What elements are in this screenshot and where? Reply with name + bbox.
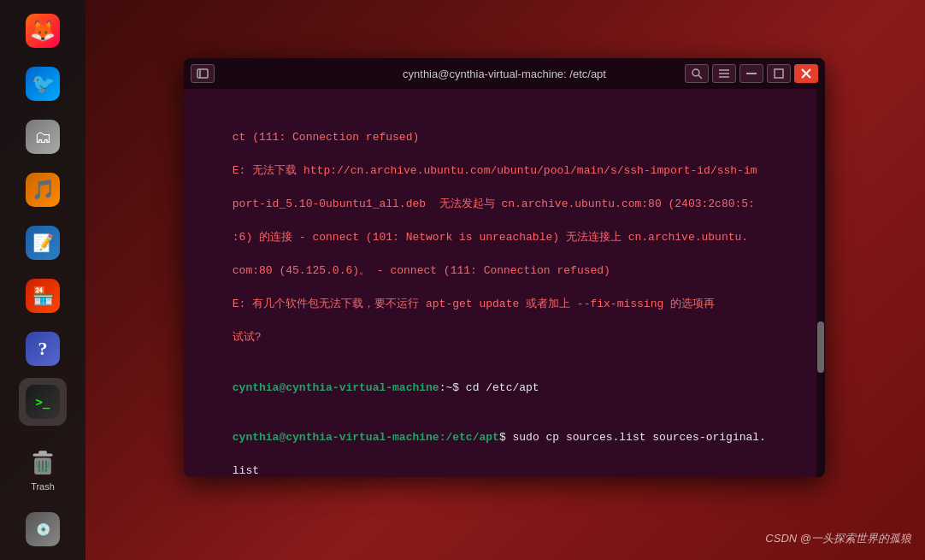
taskbar-item-files[interactable]: 🗂 — [19, 113, 67, 161]
error-line-2b: port-id_5.10-0ubuntu1_all.deb 无法发起与 cn.a… — [233, 197, 755, 210]
svg-rect-14 — [775, 69, 783, 78]
search-icon — [691, 68, 703, 80]
files-icon: 🗂 — [26, 120, 60, 154]
taskbar-item-dvd[interactable]: 💿 — [19, 505, 67, 553]
titlebar-title: cynthia@cynthia-virtual-machine: /etc/ap… — [403, 68, 606, 80]
terminal-window: cynthia@cynthia-virtual-machine: /etc/ap… — [184, 58, 825, 477]
appstore-icon: 🏪 — [26, 279, 60, 313]
desktop: 🦊 🐦 🗂 🎵 📝 🏪 ? >_ — [0, 0, 925, 560]
minimize-button[interactable] — [739, 64, 763, 83]
taskbar-item-writer[interactable]: 📝 — [19, 219, 67, 267]
taskbar-item-thunderbird[interactable]: 🐦 — [19, 60, 67, 108]
error-line-2d: com:80 (45.125.0.6)。 - connect (111: Con… — [233, 264, 610, 277]
taskbar-item-appstore[interactable]: 🏪 — [19, 272, 67, 320]
svg-rect-6 — [197, 69, 208, 78]
terminal-content[interactable]: ct (111: Connection refused) E: 无法下载 htt… — [184, 89, 825, 477]
svg-point-8 — [692, 69, 699, 76]
prompt-cmd-2: $ sudo cp sources.list sources-original. — [499, 431, 766, 444]
error-line-2c: :6) 的连接 - connect (101: Network is unrea… — [233, 231, 748, 244]
scrollbar-thumb[interactable] — [817, 321, 824, 373]
terminal-icon: >_ — [26, 385, 60, 419]
prompt-user-2: cynthia@cynthia-virtual-machine — [233, 431, 439, 444]
svg-line-9 — [698, 75, 702, 79]
error-line-1: ct (111: Connection refused) — [233, 131, 419, 144]
taskbar-item-rhythmbox[interactable]: 🎵 — [19, 166, 67, 214]
close-button[interactable] — [794, 64, 818, 83]
trash-icon — [27, 448, 58, 479]
trash-label: Trash — [31, 481, 55, 492]
taskbar-item-help[interactable]: ? — [19, 325, 67, 373]
error-line-2: E: 无法下载 http://cn.archive.ubuntu.com/ubu… — [233, 164, 757, 177]
prompt-tilde-1: :~$ cd /etc/apt — [439, 381, 539, 394]
dvd-icon: 💿 — [26, 512, 60, 546]
embed-button[interactable] — [191, 64, 215, 83]
maximize-button[interactable] — [767, 64, 791, 83]
prompt-user-1: cynthia@cynthia-virtual-machine — [233, 381, 439, 394]
minimize-icon — [746, 73, 757, 74]
close-icon — [801, 68, 811, 79]
prompt-path-2: :/etc/apt — [439, 431, 499, 444]
menu-icon — [718, 68, 730, 79]
taskbar-item-terminal[interactable]: >_ — [19, 378, 67, 426]
error-line-3: E: 有几个软件包无法下载，要不运行 apt-get update 或者加上 -… — [233, 298, 715, 310]
scrollbar[interactable] — [816, 89, 825, 477]
watermark: CSDN @一头探索世界的孤狼 — [765, 531, 911, 546]
trash-section[interactable]: Trash — [19, 445, 67, 493]
writer-icon: 📝 — [26, 226, 60, 260]
terminal-titlebar: cynthia@cynthia-virtual-machine: /etc/ap… — [184, 58, 825, 89]
taskbar-item-firefox[interactable]: 🦊 — [19, 7, 67, 55]
thunderbird-icon: 🐦 — [26, 67, 60, 101]
titlebar-left — [191, 64, 215, 83]
menu-button[interactable] — [712, 64, 736, 83]
taskbar: 🦊 🐦 🗂 🎵 📝 🏪 ? >_ — [0, 0, 85, 560]
error-line-3b: 试试? — [233, 331, 262, 344]
embed-icon — [197, 68, 209, 79]
trash-icon-wrap: Trash — [19, 445, 67, 493]
prompt-cmd-2b: list — [233, 464, 259, 477]
svg-rect-1 — [38, 451, 47, 454]
maximize-icon — [774, 68, 784, 79]
rhythmbox-icon: 🎵 — [26, 173, 60, 207]
help-icon: ? — [26, 332, 60, 366]
titlebar-right — [685, 64, 818, 83]
search-button[interactable] — [685, 64, 709, 83]
firefox-icon: 🦊 — [26, 14, 60, 48]
